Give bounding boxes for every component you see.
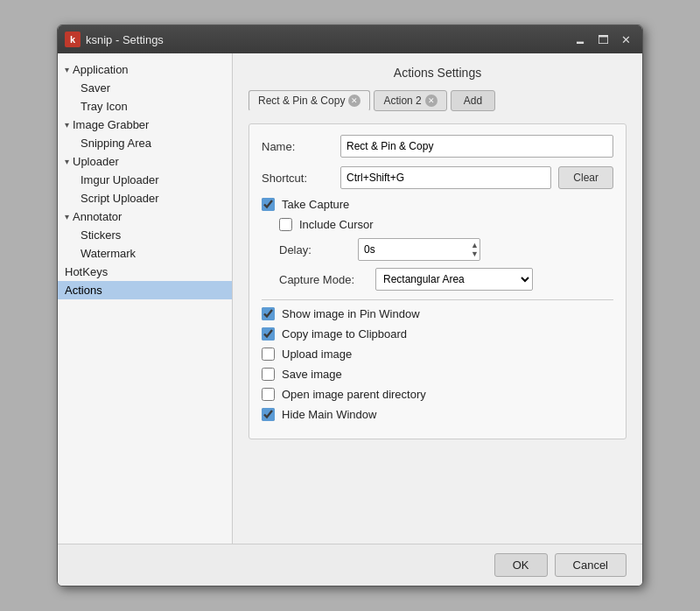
copy-clipboard-checkbox[interactable]: [262, 327, 275, 341]
take-capture-row: Take Capture: [262, 198, 613, 211]
ok-button[interactable]: OK: [494, 553, 548, 577]
sidebar-item-label: Image Grabber: [73, 118, 149, 131]
tab-rect-pin-copy[interactable]: Rect & Pin & Copy ✕: [248, 90, 370, 111]
open-dir-row: Open image parent directory: [262, 388, 613, 401]
titlebar-controls: 🗕 🗖 ✕: [570, 30, 635, 49]
save-image-row: Save image: [262, 368, 613, 381]
shortcut-label: Shortcut:: [262, 172, 340, 185]
shortcut-input-group: Clear: [340, 166, 613, 189]
form-panel: Name: Shortcut: Clear Take Capture: [248, 123, 626, 439]
shortcut-input[interactable]: [340, 166, 551, 189]
spinner-up-icon[interactable]: ▲: [471, 242, 479, 249]
spinner-down-icon[interactable]: ▼: [471, 250, 479, 258]
include-cursor-checkbox[interactable]: [279, 218, 292, 231]
sidebar-item-watermark[interactable]: Watermark: [58, 244, 232, 263]
save-image-label: Save image: [282, 368, 342, 381]
sidebar: ▾ Application Saver Tray Icon ▾ Image Gr…: [58, 53, 233, 544]
sidebar-item-label: Snipping Area: [80, 137, 151, 150]
add-tab-button[interactable]: Add: [451, 90, 495, 111]
delay-label: Delay:: [279, 243, 358, 256]
show-pin-label: Show image in Pin Window: [282, 307, 420, 320]
section-title: Actions Settings: [248, 66, 626, 80]
sidebar-item-label: Stickers: [80, 228, 121, 242]
delay-spinner: ▲ ▼: [358, 238, 480, 261]
tabs-row: Rect & Pin & Copy ✕ Action 2 ✕ Add: [248, 90, 626, 111]
sidebar-item-label: Imgur Uploader: [80, 173, 159, 186]
capture-mode-select[interactable]: Rectangular Area Full Screen Active Wind…: [375, 268, 533, 291]
close-button[interactable]: ✕: [616, 30, 635, 49]
app-icon: k: [65, 32, 80, 47]
sidebar-item-label: Annotator: [73, 210, 122, 223]
hide-main-window-checkbox[interactable]: [262, 408, 275, 421]
tab-close-icon[interactable]: ✕: [348, 95, 360, 107]
capture-mode-label: Capture Mode:: [279, 273, 375, 286]
sidebar-item-tray-icon[interactable]: Tray Icon: [58, 97, 232, 116]
sidebar-item-label: Saver: [80, 81, 110, 95]
cancel-button[interactable]: Cancel: [555, 553, 626, 577]
name-label: Name:: [262, 140, 340, 153]
titlebar: k ksnip - Settings 🗕 🗖 ✕: [58, 25, 642, 53]
capture-mode-row: Capture Mode: Rectangular Area Full Scre…: [262, 268, 613, 291]
footer: OK Cancel: [58, 544, 642, 586]
tab-close-icon[interactable]: ✕: [425, 95, 438, 107]
sidebar-item-label: HotKeys: [65, 265, 108, 278]
sidebar-item-annotator[interactable]: ▾ Annotator: [58, 207, 232, 226]
include-cursor-row: Include Cursor: [262, 218, 613, 231]
show-pin-checkbox[interactable]: [262, 307, 275, 320]
upload-image-row: Upload image: [262, 348, 613, 361]
sidebar-item-label: Actions: [65, 284, 102, 297]
name-input[interactable]: [340, 135, 613, 158]
save-image-checkbox[interactable]: [262, 368, 275, 381]
take-capture-label: Take Capture: [282, 198, 349, 211]
sidebar-item-label: Uploader: [73, 155, 119, 168]
shortcut-row: Shortcut: Clear: [262, 166, 613, 189]
sidebar-item-saver[interactable]: Saver: [58, 79, 232, 97]
arrow-icon: ▾: [65, 120, 69, 130]
minimize-button[interactable]: 🗕: [570, 30, 590, 49]
window-title: ksnip - Settings: [86, 33, 164, 46]
maximize-button[interactable]: 🗖: [593, 30, 612, 49]
sidebar-item-actions[interactable]: Actions: [58, 281, 232, 299]
name-row: Name:: [262, 135, 613, 158]
tab-action2[interactable]: Action 2 ✕: [374, 90, 446, 111]
include-cursor-label: Include Cursor: [299, 218, 374, 231]
delay-row: Delay: ▲ ▼: [262, 238, 613, 261]
divider: [262, 299, 613, 300]
arrow-icon: ▾: [65, 157, 69, 166]
tab-label: Rect & Pin & Copy: [258, 95, 345, 107]
sidebar-item-label: Tray Icon: [80, 100, 128, 113]
copy-clipboard-row: Copy image to Clipboard: [262, 327, 613, 341]
upload-image-checkbox[interactable]: [262, 348, 275, 361]
settings-window: k ksnip - Settings 🗕 🗖 ✕ ▾ Application S…: [57, 25, 643, 586]
sidebar-item-uploader[interactable]: ▾ Uploader: [58, 152, 232, 171]
sidebar-item-label: Script Uploader: [80, 192, 159, 205]
delay-input[interactable]: [358, 238, 480, 261]
sidebar-item-label: Watermark: [80, 247, 136, 260]
clear-button[interactable]: Clear: [558, 166, 613, 189]
take-capture-checkbox[interactable]: [262, 198, 275, 211]
upload-image-label: Upload image: [282, 348, 352, 361]
hide-main-window-row: Hide Main Window: [262, 408, 613, 421]
arrow-icon: ▾: [65, 65, 69, 74]
sidebar-item-script-uploader[interactable]: Script Uploader: [58, 189, 232, 207]
copy-clipboard-label: Copy image to Clipboard: [282, 327, 407, 341]
titlebar-left: k ksnip - Settings: [65, 32, 164, 47]
sidebar-item-stickers[interactable]: Stickers: [58, 226, 232, 244]
arrow-icon: ▾: [65, 212, 69, 221]
open-dir-checkbox[interactable]: [262, 388, 275, 401]
sidebar-item-imgur-uploader[interactable]: Imgur Uploader: [58, 171, 232, 189]
sidebar-item-snipping-area[interactable]: Snipping Area: [58, 134, 232, 152]
tab-label: Action 2: [383, 95, 421, 107]
sidebar-item-image-grabber[interactable]: ▾ Image Grabber: [58, 116, 232, 134]
sidebar-item-application[interactable]: ▾ Application: [58, 60, 232, 79]
hide-main-window-label: Hide Main Window: [282, 408, 376, 421]
content-area: ▾ Application Saver Tray Icon ▾ Image Gr…: [58, 53, 642, 544]
sidebar-item-label: Application: [73, 63, 129, 76]
show-pin-row: Show image in Pin Window: [262, 307, 613, 320]
open-dir-label: Open image parent directory: [282, 388, 426, 401]
main-panel: Actions Settings Rect & Pin & Copy ✕ Act…: [233, 53, 642, 544]
spinner-arrows: ▲ ▼: [471, 238, 479, 261]
sidebar-item-hotkeys[interactable]: HotKeys: [58, 263, 232, 281]
